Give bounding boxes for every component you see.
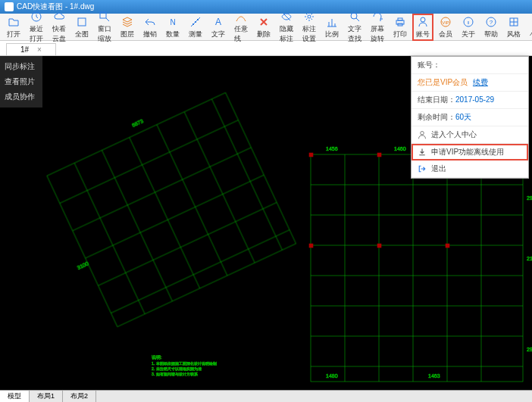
apply-vip-offline-item[interactable]: 申请VIP功能离线使用 (412, 144, 528, 160)
toolbar-label: 文字 (211, 30, 225, 39)
svg-text:1. 本图纸依据施工图深化设计说明绘制: 1. 本图纸依据施工图深化设计说明绘制 (152, 361, 217, 366)
toolbar-label: 测量 (189, 30, 202, 39)
account-id-row: 账号： (412, 57, 528, 74)
logout-label: 退出 (431, 164, 446, 174)
end-date-value: 2017-05-29 (455, 95, 494, 104)
user-icon (418, 130, 427, 139)
end-date-label: 结束日期： (418, 95, 455, 104)
toolbar-scale-button[interactable]: 比例 (321, 14, 343, 41)
toolbar-help-button[interactable]: ?帮助 (480, 14, 502, 41)
toolbar-label: 文字查找 (348, 24, 361, 44)
settings-icon (302, 10, 316, 23)
toolbar-label: 撤销 (143, 30, 157, 39)
toolbar-hide-button[interactable]: 隐藏标注 (276, 8, 297, 45)
toolbar-settings-button[interactable]: 标注设置 (299, 8, 320, 45)
toolbar-delete-button[interactable]: 删除 (253, 14, 274, 41)
count-icon: N (166, 15, 180, 29)
toolbar-site-button[interactable]: k小站 (526, 14, 532, 41)
hide-icon (280, 10, 293, 23)
svg-text:1480: 1480 (326, 373, 338, 379)
remain-label: 剩余时间： (418, 113, 455, 121)
text-icon: A (211, 15, 225, 29)
toolbar-measure-button[interactable]: 测量 (185, 14, 206, 41)
toolbar-cloud-button[interactable]: 快看云盘 (49, 8, 70, 45)
download-icon (418, 148, 427, 157)
toolbar-label: 全图 (75, 30, 89, 39)
toolbar-line-button[interactable]: 任意线 (230, 8, 252, 45)
search-icon (348, 10, 361, 23)
side-panel-item[interactable]: 同步标注 (3, 59, 39, 74)
folder-icon (7, 15, 20, 29)
layout-tab-bar: 模型布局1布局2 (0, 390, 532, 402)
toolbar-layers-button[interactable]: 图层 (117, 14, 138, 41)
close-icon[interactable]: × (37, 45, 42, 54)
toolbar-text-button[interactable]: A文字 (208, 14, 229, 41)
layers-icon (120, 15, 134, 29)
toolbar-rotate-button[interactable]: 屏幕旋转 (367, 8, 388, 45)
cloud-icon (52, 10, 66, 23)
toolbar-search-button[interactable]: 文字查找 (344, 8, 365, 45)
toolbar-label: 打印 (393, 30, 407, 39)
svg-text:2904: 2904 (527, 195, 532, 201)
rotate-icon (371, 10, 384, 23)
document-tab[interactable]: 1# × (6, 43, 56, 55)
svg-text:VIP: VIP (442, 20, 449, 25)
toolbar-label: 风格 (507, 30, 521, 39)
svg-point-6 (351, 13, 357, 19)
remain-value: 60天 (455, 113, 471, 121)
layout-tab[interactable]: 模型 (0, 391, 30, 402)
svg-point-63 (421, 132, 424, 136)
measure-icon (189, 15, 202, 29)
toolbar-label: 屏幕旋转 (371, 24, 384, 44)
toolbar-label: 打开 (7, 30, 20, 39)
side-panel-item[interactable]: 成员协作 (3, 89, 39, 104)
toolbar-folder-button[interactable]: 打开 (3, 14, 24, 41)
svg-text:说明:: 说明: (152, 355, 162, 360)
toolbar-label: 图层 (120, 30, 134, 39)
svg-point-5 (308, 15, 311, 18)
layout-tab[interactable]: 布局1 (30, 391, 63, 402)
svg-text:?: ? (490, 19, 493, 26)
account-dropdown-menu: 账号： 您已是VIP会员 续费 结束日期：2017-05-29 剩余时间：60天… (411, 56, 529, 179)
layout-tab[interactable]: 布局2 (63, 391, 96, 402)
toolbar-label: 标注设置 (302, 24, 316, 44)
svg-rect-2 (100, 12, 106, 18)
toolbar-style-button[interactable]: 风格 (503, 14, 524, 41)
toolbar-count-button[interactable]: N数量 (162, 14, 183, 41)
cad-workspace[interactable]: 同步标注查看照片成员协作 6873 3100 (0, 56, 532, 390)
toolbar-user-button[interactable]: 账号 (412, 14, 433, 41)
enter-center-label: 进入个人中心 (431, 129, 477, 140)
enter-user-center-item[interactable]: 进入个人中心 (412, 126, 528, 144)
svg-rect-8 (398, 18, 402, 20)
vip-icon: VIP (439, 15, 452, 29)
svg-text:1460: 1460 (394, 146, 406, 151)
logout-icon (418, 164, 427, 173)
side-panel-item[interactable]: 查看照片 (3, 74, 39, 89)
toolbar-zoom-window-button[interactable]: 窗口缩放 (94, 8, 115, 45)
svg-point-10 (421, 17, 425, 22)
svg-rect-1 (78, 18, 86, 26)
toolbar-label: 会员 (439, 30, 452, 39)
toolbar-label: 比例 (325, 30, 339, 39)
svg-rect-53 (309, 153, 313, 157)
toolbar-label: 最近打开 (30, 24, 43, 44)
toolbar-label: 账号 (416, 30, 430, 39)
svg-text:1456: 1456 (326, 146, 338, 151)
toolbar-print-button[interactable]: 打印 (390, 14, 411, 41)
toolbar-undo-button[interactable]: 撤销 (139, 14, 161, 41)
scale-icon (325, 15, 339, 29)
toolbar-vip-button[interactable]: VIP会员 (435, 14, 456, 41)
toolbar-clock-button[interactable]: 最近打开 (26, 8, 47, 45)
style-icon (507, 15, 521, 29)
svg-text:2196: 2196 (527, 256, 532, 261)
toolbar-info-button[interactable]: 关于 (458, 14, 479, 41)
logout-item[interactable]: 退出 (412, 160, 528, 178)
line-icon (234, 10, 248, 23)
side-panel: 同步标注查看照片成员协作 (0, 56, 42, 108)
renew-link[interactable]: 续费 (473, 78, 488, 86)
svg-rect-56 (309, 244, 313, 248)
toolbar-fullscreen-button[interactable]: 全图 (71, 14, 92, 41)
svg-text:N: N (170, 18, 175, 26)
fullscreen-icon (75, 15, 89, 29)
toolbar-label: 隐藏标注 (280, 24, 293, 44)
